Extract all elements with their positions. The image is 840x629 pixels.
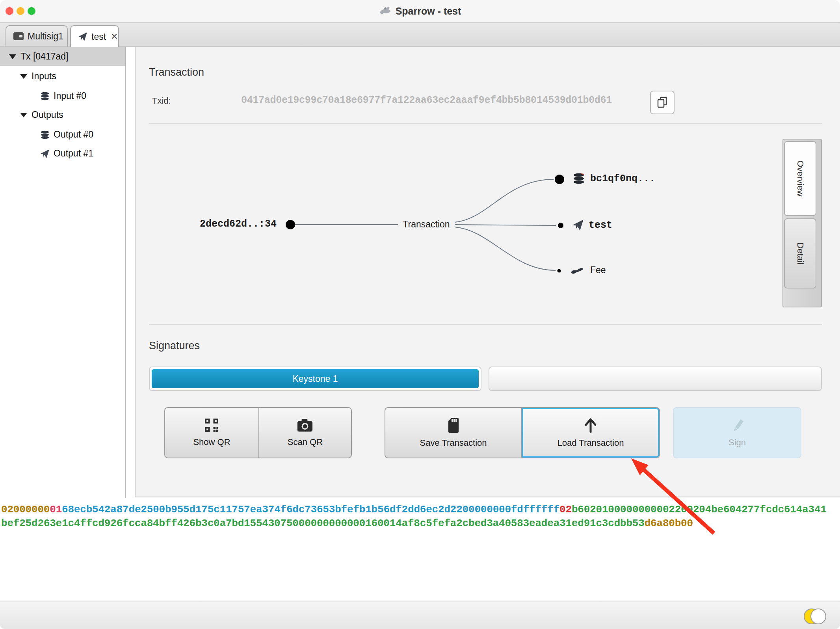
tree-item-output-0[interactable]: Output #0 — [0, 125, 125, 144]
copy-txid-button[interactable] — [650, 91, 675, 114]
tree-item-label: Output #0 — [54, 129, 93, 140]
coins-icon — [39, 92, 50, 100]
hex-segment-output: b6020100000000002200204be604277fcdc614a3… — [572, 504, 827, 515]
hex-segment-locktime: d6a80b00 — [645, 517, 693, 529]
collapse-caret-icon[interactable] — [7, 54, 18, 59]
tab-overview[interactable]: Overview — [784, 141, 816, 216]
tree-item-input-0[interactable]: Input #0 — [0, 87, 125, 105]
tree-item-label: Inputs — [32, 71, 56, 82]
tree-item-label: Outputs — [32, 110, 63, 120]
transaction-tree-sidebar: Tx [0417ad] Inputs Input #0 Outputs Outp… — [0, 47, 126, 498]
diagram-output-test[interactable]: test — [572, 219, 612, 231]
fee-hand-icon — [571, 265, 585, 275]
tree-item-output-1[interactable]: Output #1 — [0, 144, 125, 163]
pen-icon — [730, 418, 745, 433]
window-title: Sparrow - test — [396, 6, 461, 17]
hex-segment-version: 02000000 — [1, 504, 50, 515]
coins-icon — [572, 173, 585, 184]
file-button-group: Save Transaction Load Transaction — [385, 407, 660, 458]
txid-label: Txid: — [152, 96, 171, 106]
separator — [149, 123, 822, 124]
save-transaction-button[interactable]: Save Transaction — [385, 408, 521, 458]
tab-detail[interactable]: Detail — [784, 218, 816, 288]
tab-label: Multisig1 — [28, 31, 63, 42]
tree-item-label: Tx [0417ad] — [20, 51, 68, 62]
tab-label: test — [91, 32, 106, 42]
tree-item-inputs[interactable]: Inputs — [0, 67, 125, 86]
signature-progress-empty[interactable] — [489, 367, 822, 391]
collapse-caret-icon[interactable] — [18, 74, 29, 79]
raw-transaction-hex: 020000000168ecb542a87de2500b955d175c1175… — [0, 498, 840, 601]
tab-test[interactable]: test ✕ — [70, 25, 119, 47]
diagram-output-bc1qf0nq[interactable]: bc1qf0nq... — [572, 173, 655, 184]
sd-card-icon — [448, 417, 459, 433]
diagram-output-fee[interactable]: Fee — [571, 265, 606, 275]
diagram-output-label: bc1qf0nq... — [590, 173, 655, 184]
tree-item-label: Output #1 — [54, 148, 93, 159]
send-icon — [78, 32, 87, 41]
tree-item-outputs[interactable]: Outputs — [0, 106, 125, 124]
qr-button-group: Show QR Scan QR — [164, 407, 352, 458]
sign-button[interactable]: Sign — [673, 407, 801, 458]
hex-segment-input: 68ecb542a87de2500b955d175c11757ea374f6dc… — [62, 504, 559, 515]
coins-icon — [39, 130, 50, 139]
tree-item-label: Input #0 — [54, 91, 86, 101]
scan-qr-button[interactable]: Scan QR — [258, 408, 351, 458]
camera-icon — [296, 418, 314, 432]
tree-item-tx[interactable]: Tx [0417ad] — [0, 47, 125, 66]
signature-progress-keystone[interactable]: Keystone 1 — [149, 367, 481, 391]
show-qr-button[interactable]: Show QR — [165, 408, 258, 458]
button-label: Load Transaction — [558, 438, 624, 448]
hex-segment-output-count: 02 — [559, 504, 572, 515]
wallet-tab-bar: Multisig1 test ✕ — [0, 23, 840, 47]
send-icon — [39, 149, 50, 158]
close-tab-icon[interactable]: ✕ — [111, 32, 118, 42]
hex-segment-output: bef25d263e1c4ffcd926fcca84bff426b3c0a7bd… — [1, 517, 645, 529]
titlebar: Sparrow - test — [0, 0, 840, 23]
txid-value: 0417ad0e19c99c70a18e6977f7a122aa63ec2aaa… — [241, 95, 612, 106]
copy-icon — [656, 96, 668, 109]
button-label: Save Transaction — [420, 438, 487, 448]
window-title-group: Sparrow - test — [0, 0, 840, 22]
tab-multisig1[interactable]: Multisig1 — [6, 25, 68, 47]
hex-line-2: bef25d263e1c4ffcd926fcca84bff426b3c0a7bd… — [1, 517, 840, 531]
status-bar — [0, 601, 840, 629]
sparrow-bird-icon — [379, 6, 391, 16]
button-label: Scan QR — [288, 437, 323, 447]
signature-progress-fill: Keystone 1 — [152, 369, 479, 388]
arrow-up-icon — [583, 417, 598, 433]
hex-line-1: 020000000168ecb542a87de2500b955d175c1175… — [1, 504, 840, 517]
diagram-input-label[interactable]: 2decd62d..:34 — [189, 218, 277, 230]
diagram-output-label: test — [589, 220, 612, 231]
collapse-caret-icon[interactable] — [18, 113, 29, 117]
load-transaction-button[interactable]: Load Transaction — [521, 408, 659, 458]
signatures-heading: Signatures — [149, 340, 200, 352]
hex-segment-input-count: 01 — [50, 504, 62, 515]
qr-code-icon — [204, 418, 219, 432]
diagram-output-label: Fee — [590, 265, 606, 275]
diagram-transaction-node: Transaction — [400, 219, 453, 230]
separator — [149, 324, 822, 325]
sparrow-window: Sparrow - test Multisig1 test ✕ Tx [0417… — [0, 0, 840, 629]
button-label: Sign — [728, 437, 746, 448]
button-label: Show QR — [193, 437, 230, 447]
transaction-heading: Transaction — [149, 66, 204, 78]
theme-toggle[interactable] — [802, 608, 828, 625]
wallet-icon — [13, 32, 24, 41]
send-icon — [572, 219, 584, 231]
sidebar-gutter — [126, 47, 135, 498]
